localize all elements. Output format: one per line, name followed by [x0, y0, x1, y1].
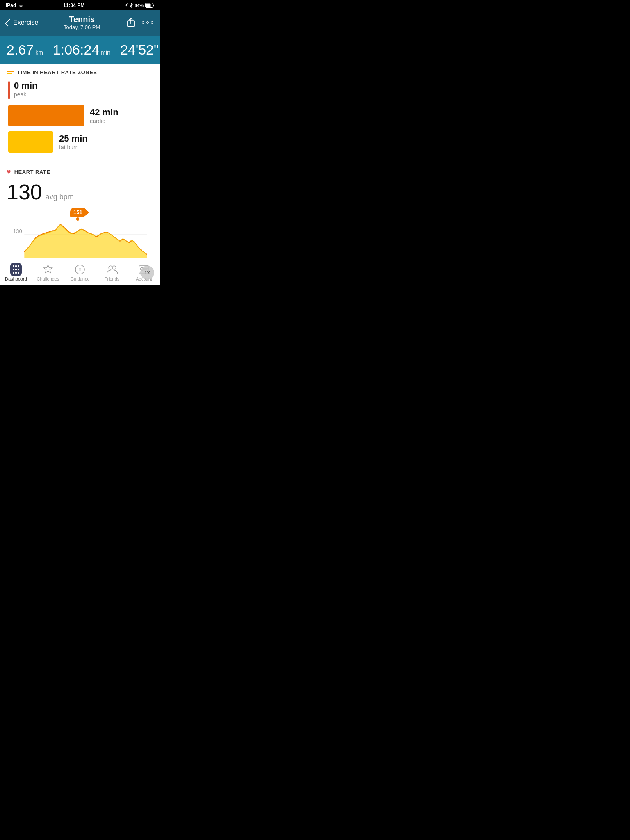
tab-dashboard-label: Dashboard — [5, 276, 27, 281]
compass-icon — [74, 264, 86, 275]
fatburn-label: 25 min fat burn — [59, 133, 88, 151]
peak-zone: 0 min peak — [7, 80, 153, 99]
bpm-label: avg bpm — [46, 193, 74, 201]
tab-guidance[interactable]: Guidance — [64, 264, 96, 281]
distance-value: 2.67 — [7, 42, 34, 58]
fatburn-value: 25 min — [59, 133, 88, 144]
avg-bpm-display: 130 avg bpm — [7, 181, 153, 203]
header-actions — [126, 17, 153, 28]
star-icon — [42, 264, 54, 275]
status-time: 11:04 PM — [63, 2, 84, 8]
duration-value: 1:06:24 — [53, 42, 99, 58]
status-bar: iPad 11:04 PM 64% — [0, 0, 160, 10]
tab-guidance-label: Guidance — [70, 276, 89, 281]
location-icon — [124, 3, 128, 8]
heart-rate-section: ♥ HEART RATE 130 avg bpm 130 151 — [0, 162, 160, 260]
duration-unit: min — [101, 49, 110, 56]
svg-rect-2 — [146, 4, 151, 7]
tab-challenges[interactable]: Challenges — [32, 264, 64, 281]
share-icon[interactable] — [126, 17, 136, 28]
svg-rect-1 — [153, 5, 154, 7]
dot-1 — [142, 21, 144, 24]
header: Exercise Tennis Today, 7:06 PM — [0, 10, 160, 36]
zones-title: TIME IN HEART RATE ZONES — [17, 69, 97, 75]
pace-value: 24'52" — [120, 42, 159, 58]
svg-marker-8 — [79, 266, 81, 269]
header-center: Tennis Today, 7:06 PM — [64, 15, 100, 30]
tooltip-value: 151 — [73, 209, 82, 215]
dot-2 — [146, 21, 149, 24]
dashboard-grid-icon — [10, 263, 22, 276]
zones-icon — [7, 71, 14, 74]
stats-bar: 2.67 km 1:06:24 min 24'52" pace — [0, 36, 160, 64]
hr-section-header: ♥ HEART RATE — [7, 168, 153, 176]
back-button[interactable]: Exercise — [7, 19, 38, 26]
svg-point-11 — [112, 266, 116, 269]
chart-label: 130 — [13, 228, 22, 234]
cardio-zone: 42 min cardio — [7, 105, 153, 126]
svg-point-5 — [76, 217, 79, 221]
wifi-icon — [18, 3, 24, 8]
dashboard-icon — [10, 264, 22, 275]
hr-title: HEART RATE — [14, 169, 50, 175]
peak-bar — [8, 81, 10, 99]
zones-section-header: TIME IN HEART RATE ZONES — [7, 69, 153, 75]
chevron-left-icon — [5, 19, 12, 26]
bluetooth-icon — [130, 3, 133, 8]
peak-value: 0 min — [14, 80, 37, 91]
battery-icon — [145, 3, 154, 8]
tab-bar: Dashboard Challenges — [0, 260, 160, 285]
distance-unit: km — [35, 49, 43, 56]
svg-marker-9 — [79, 269, 81, 273]
battery-label: 64% — [135, 3, 144, 8]
pace-stat: 24'52" pace — [120, 42, 160, 58]
friends-people-icon — [106, 264, 118, 275]
back-label: Exercise — [13, 19, 38, 26]
device-frame: iPad 11:04 PM 64% — [0, 0, 160, 285]
fatburn-name: fat burn — [59, 144, 88, 151]
workout-title: Tennis — [64, 15, 100, 24]
tab-dashboard[interactable]: Dashboard — [0, 264, 32, 281]
cardio-label: 42 min cardio — [90, 107, 119, 124]
peak-label: peak — [14, 91, 37, 98]
chart-tooltip: 151 — [70, 208, 87, 217]
scroll-indicator-label: 1X — [144, 270, 150, 275]
svg-point-10 — [109, 266, 112, 269]
heart-icon: ♥ — [7, 168, 11, 176]
tab-friends-label: Friends — [105, 276, 120, 281]
dot-3 — [151, 21, 153, 24]
distance-stat: 2.67 km — [7, 42, 43, 58]
device-label: iPad — [6, 2, 16, 8]
duration-stat: 1:06:24 min — [53, 42, 110, 58]
content: TIME IN HEART RATE ZONES 0 min peak 42 m… — [0, 64, 160, 260]
tab-friends[interactable]: Friends — [96, 264, 128, 281]
scroll-indicator[interactable]: 1X — [140, 266, 154, 280]
cardio-name: cardio — [90, 118, 119, 124]
svg-marker-6 — [44, 265, 52, 273]
status-left: iPad — [6, 2, 24, 8]
heart-rate-zones-section: TIME IN HEART RATE ZONES 0 min peak 42 m… — [0, 64, 160, 162]
app-container: Exercise Tennis Today, 7:06 PM — [0, 10, 160, 285]
workout-subtitle: Today, 7:06 PM — [64, 24, 100, 30]
tab-challenges-label: Challenges — [37, 276, 59, 281]
bpm-value: 130 — [7, 181, 42, 203]
heart-rate-chart: 130 151 — [7, 207, 153, 260]
cardio-value: 42 min — [90, 107, 119, 118]
cardio-bar — [8, 105, 84, 126]
fatburn-zone: 25 min fat burn — [7, 131, 153, 153]
more-button[interactable] — [142, 21, 153, 24]
challenges-icon — [42, 264, 54, 275]
friends-icon — [106, 264, 118, 275]
fatburn-bar — [8, 131, 53, 153]
guidance-icon — [74, 264, 86, 275]
peak-info: 0 min peak — [14, 80, 37, 98]
status-right: 64% — [124, 3, 154, 8]
